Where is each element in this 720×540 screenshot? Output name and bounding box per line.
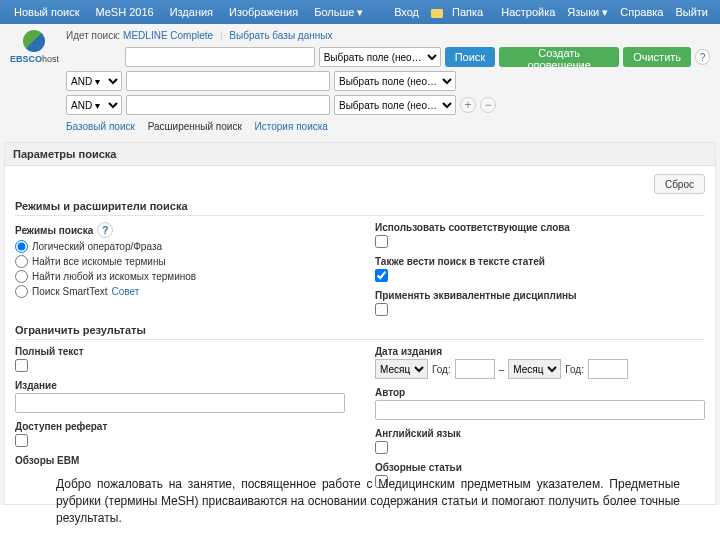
search-row-2: AND ▾ Выбрать поле (нео… ▾	[66, 71, 710, 91]
author-label: Автор	[375, 387, 705, 398]
within-fulltext-label: Также вести поиск в тексте статей	[375, 256, 705, 267]
db-name-link[interactable]: MEDLINE Complete	[123, 30, 213, 41]
search-header: EBSCOhost Идет поиск: MEDLINE Complete |…	[0, 24, 720, 142]
abstract-label: Доступен реферат	[15, 421, 345, 432]
search-options-panel: Параметры поиска Сброс Режимы и расширит…	[4, 142, 716, 505]
remove-row-button[interactable]: −	[480, 97, 496, 113]
section-modes: Режимы и расширители поиска	[15, 200, 705, 216]
logo-text: EBSCOhost	[10, 54, 58, 64]
bool-select-2[interactable]: AND ▾	[66, 71, 122, 91]
within-fulltext-check[interactable]	[375, 269, 388, 282]
database-line: Идет поиск: MEDLINE Complete | Выбрать б…	[66, 30, 710, 41]
bool-select-3[interactable]: AND ▾	[66, 95, 122, 115]
add-row-button[interactable]: +	[460, 97, 476, 113]
options-title: Параметры поиска	[5, 143, 715, 166]
mode-any[interactable]	[15, 270, 28, 283]
field-select-3[interactable]: Выбрать поле (нео… ▾	[334, 95, 456, 115]
nav-mesh[interactable]: MeSH 2016	[88, 6, 162, 19]
field-select-2[interactable]: Выбрать поле (нео… ▾	[334, 71, 456, 91]
subnav-advanced: Расширенный поиск	[148, 121, 242, 132]
topbar-left: Новый поиск MeSH 2016 Издания Изображени…	[6, 6, 371, 19]
abstract-check[interactable]	[15, 434, 28, 447]
mode-all[interactable]	[15, 255, 28, 268]
logo-icon	[23, 30, 45, 52]
month-from[interactable]: Месяц	[375, 359, 428, 379]
reset-button[interactable]: Сброс	[654, 174, 705, 194]
nav-help[interactable]: Справка	[614, 6, 669, 18]
pubdate-label: Дата издания	[375, 346, 705, 357]
review-label: Обзорные статьи	[375, 462, 705, 473]
year-from[interactable]	[455, 359, 495, 379]
equiv-subjects-label: Применять эквивалентные дисциплины	[375, 290, 705, 301]
author-input[interactable]	[375, 400, 705, 420]
search-row-3: AND ▾ Выбрать поле (нео… ▾ + −	[66, 95, 710, 115]
nav-more[interactable]: Больше ▾	[306, 6, 371, 19]
date-range: Месяц Год: – Месяц Год:	[375, 359, 705, 379]
nav-images[interactable]: Изображения	[221, 6, 306, 19]
ebm-label: Обзоры EBM	[15, 455, 345, 466]
search-subnav: Базовый поиск Расширенный поиск История …	[66, 119, 710, 138]
search-button[interactable]: Поиск	[445, 47, 495, 67]
search-input-3[interactable]	[126, 95, 330, 115]
section-limits: Ограничить результаты	[15, 324, 705, 340]
subnav-history[interactable]: История поиска	[255, 121, 328, 132]
choose-db-link[interactable]: Выбрать базы данных	[229, 30, 332, 41]
help-icon[interactable]: ?	[695, 49, 710, 65]
clear-button[interactable]: Очистить	[623, 47, 691, 67]
nav-languages[interactable]: Языки ▾	[561, 6, 614, 19]
mode-boolean[interactable]	[15, 240, 28, 253]
nav-folder[interactable]: Папка	[425, 6, 495, 18]
english-label: Английский язык	[375, 428, 705, 439]
nav-publications[interactable]: Издания	[162, 6, 221, 19]
mode-smarttext[interactable]	[15, 285, 28, 298]
equiv-subjects-check[interactable]	[375, 303, 388, 316]
search-row-1: Выбрать поле (нео… ▾ Поиск Создать опове…	[66, 47, 710, 67]
fulltext-check[interactable]	[15, 359, 28, 372]
nav-settings[interactable]: Настройка	[495, 6, 561, 18]
search-input-1[interactable]	[125, 47, 314, 67]
related-words-check[interactable]	[375, 235, 388, 248]
month-to[interactable]: Месяц	[508, 359, 561, 379]
publication-input[interactable]	[15, 393, 345, 413]
modes-help-icon[interactable]: ?	[97, 222, 113, 238]
slide-caption: Добро пожаловать на занятие, посвященное…	[56, 476, 680, 526]
publication-label: Издание	[15, 380, 345, 391]
nav-signin[interactable]: Вход	[388, 6, 425, 18]
english-check[interactable]	[375, 441, 388, 454]
logo: EBSCOhost	[10, 30, 58, 64]
topbar-right: Вход Папка Настройка Языки ▾ Справка Вый…	[388, 6, 714, 19]
year-to[interactable]	[588, 359, 628, 379]
search-modes-label: Режимы поиска?	[15, 222, 345, 238]
fulltext-label: Полный текст	[15, 346, 345, 357]
search-input-2[interactable]	[126, 71, 330, 91]
nav-exit[interactable]: Выйти	[669, 6, 714, 18]
smarttext-hint[interactable]: Совет	[112, 286, 140, 297]
folder-icon	[431, 9, 443, 18]
nav-new-search[interactable]: Новый поиск	[6, 6, 88, 19]
top-navigation: Новый поиск MeSH 2016 Издания Изображени…	[0, 0, 720, 24]
field-select-1[interactable]: Выбрать поле (нео… ▾	[319, 47, 441, 67]
subnav-basic[interactable]: Базовый поиск	[66, 121, 135, 132]
related-words-label: Использовать соответствующие слова	[375, 222, 705, 233]
create-alert-button[interactable]: Создать оповещение	[499, 47, 619, 67]
